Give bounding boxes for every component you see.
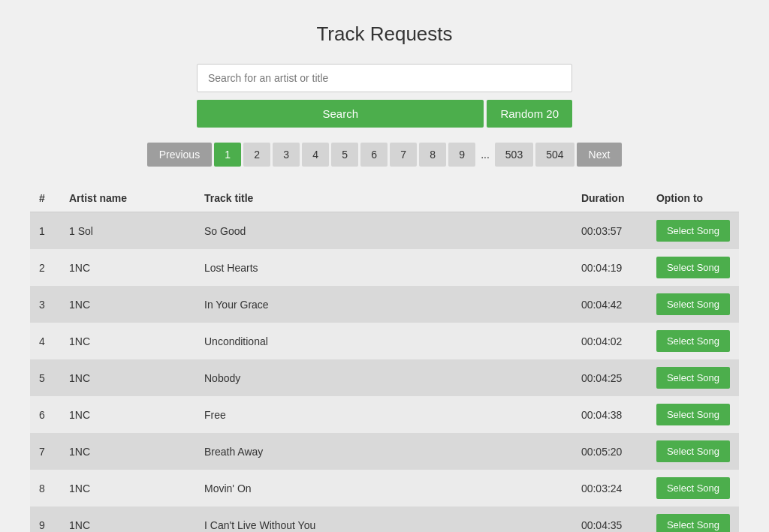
- cell-duration: 00:04:38: [572, 396, 647, 433]
- cell-duration: 00:04:19: [572, 249, 647, 286]
- table-row: 21NCLost Hearts00:04:19Select Song: [30, 249, 739, 286]
- page-button-3[interactable]: 3: [273, 143, 300, 167]
- table-row: 71NCBreath Away00:05:20Select Song: [30, 433, 739, 470]
- search-buttons: Search Random 20: [197, 100, 572, 128]
- cell-duration: 00:04:25: [572, 359, 647, 396]
- page-ellipsis: ...: [478, 143, 493, 167]
- page-button-1[interactable]: 1: [214, 143, 241, 167]
- select-song-button[interactable]: Select Song: [656, 220, 730, 242]
- page-button-7[interactable]: 7: [390, 143, 417, 167]
- previous-button[interactable]: Previous: [147, 143, 212, 167]
- random-button[interactable]: Random 20: [487, 100, 572, 128]
- pagination: Previous 1 2 3 4 5 6 7 8 9 ... 503 504 N…: [30, 143, 739, 167]
- cell-num: 6: [30, 396, 60, 433]
- cell-option: Select Song: [647, 470, 739, 506]
- header-title: Track title: [195, 185, 572, 212]
- select-song-button[interactable]: Select Song: [656, 367, 730, 389]
- cell-option: Select Song: [647, 249, 739, 286]
- page-container: Track Requests Search Random 20 Previous…: [0, 0, 769, 532]
- cell-num: 7: [30, 433, 60, 470]
- page-button-6[interactable]: 6: [360, 143, 388, 167]
- cell-artist: 1NC: [60, 396, 195, 433]
- cell-num: 1: [30, 212, 60, 250]
- search-section: Search Random 20: [30, 64, 739, 128]
- page-button-504[interactable]: 504: [535, 143, 574, 167]
- table-row: 41NCUnconditional00:04:02Select Song: [30, 323, 739, 359]
- header-duration: Duration: [572, 185, 647, 212]
- table-row: 51NCNobody00:04:25Select Song: [30, 359, 739, 396]
- search-input-wrapper: [197, 64, 572, 92]
- track-table-body: 11 SolSo Good00:03:57Select Song21NCLost…: [30, 212, 739, 533]
- cell-title: In Your Grace: [195, 286, 572, 323]
- cell-artist: 1NC: [60, 506, 195, 532]
- cell-option: Select Song: [647, 359, 739, 396]
- cell-title: Breath Away: [195, 433, 572, 470]
- cell-option: Select Song: [647, 433, 739, 470]
- cell-title: Free: [195, 396, 572, 433]
- page-button-9[interactable]: 9: [448, 143, 475, 167]
- cell-title: Nobody: [195, 359, 572, 396]
- cell-num: 5: [30, 359, 60, 396]
- table-row: 81NCMovin' On00:03:24Select Song: [30, 470, 739, 506]
- select-song-button[interactable]: Select Song: [656, 404, 730, 425]
- cell-title: So Good: [195, 212, 572, 250]
- header-artist: Artist name: [60, 185, 195, 212]
- cell-num: 9: [30, 506, 60, 532]
- cell-artist: 1NC: [60, 433, 195, 470]
- cell-artist: 1NC: [60, 286, 195, 323]
- cell-num: 2: [30, 249, 60, 286]
- select-song-button[interactable]: Select Song: [656, 257, 730, 278]
- table-row: 91NCI Can't Live Without You00:04:35Sele…: [30, 506, 739, 532]
- select-song-button[interactable]: Select Song: [656, 514, 730, 532]
- cell-duration: 00:04:35: [572, 506, 647, 532]
- page-button-4[interactable]: 4: [302, 143, 329, 167]
- cell-option: Select Song: [647, 286, 739, 323]
- cell-duration: 00:04:02: [572, 323, 647, 359]
- header-option: Option to: [647, 185, 739, 212]
- cell-artist: 1NC: [60, 470, 195, 506]
- page-title: Track Requests: [30, 23, 739, 46]
- cell-duration: 00:03:57: [572, 212, 647, 250]
- search-input[interactable]: [197, 64, 572, 92]
- cell-num: 8: [30, 470, 60, 506]
- page-button-503[interactable]: 503: [495, 143, 533, 167]
- cell-title: I Can't Live Without You: [195, 506, 572, 532]
- page-button-5[interactable]: 5: [331, 143, 358, 167]
- track-table: # Artist name Track title Duration Optio…: [30, 185, 739, 532]
- cell-artist: 1 Sol: [60, 212, 195, 250]
- cell-num: 3: [30, 286, 60, 323]
- cell-artist: 1NC: [60, 359, 195, 396]
- table-row: 11 SolSo Good00:03:57Select Song: [30, 212, 739, 250]
- table-row: 31NCIn Your Grace00:04:42Select Song: [30, 286, 739, 323]
- cell-option: Select Song: [647, 212, 739, 250]
- cell-option: Select Song: [647, 396, 739, 433]
- search-button[interactable]: Search: [197, 100, 484, 128]
- cell-duration: 00:04:42: [572, 286, 647, 323]
- cell-duration: 00:05:20: [572, 433, 647, 470]
- cell-artist: 1NC: [60, 323, 195, 359]
- page-button-8[interactable]: 8: [419, 143, 446, 167]
- next-button[interactable]: Next: [577, 143, 623, 167]
- cell-duration: 00:03:24: [572, 470, 647, 506]
- header-num: #: [30, 185, 60, 212]
- select-song-button[interactable]: Select Song: [656, 440, 730, 462]
- cell-option: Select Song: [647, 323, 739, 359]
- cell-option: Select Song: [647, 506, 739, 532]
- select-song-button[interactable]: Select Song: [656, 330, 730, 352]
- cell-title: Lost Hearts: [195, 249, 572, 286]
- table-row: 61NCFree00:04:38Select Song: [30, 396, 739, 433]
- cell-title: Movin' On: [195, 470, 572, 506]
- cell-title: Unconditional: [195, 323, 572, 359]
- select-song-button[interactable]: Select Song: [656, 477, 730, 499]
- table-header-row: # Artist name Track title Duration Optio…: [30, 185, 739, 212]
- select-song-button[interactable]: Select Song: [656, 293, 730, 315]
- cell-artist: 1NC: [60, 249, 195, 286]
- page-button-2[interactable]: 2: [243, 143, 270, 167]
- cell-num: 4: [30, 323, 60, 359]
